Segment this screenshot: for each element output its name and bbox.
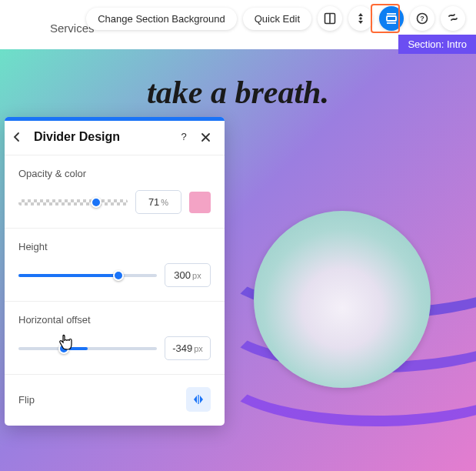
opacity-section: Opacity & color 71 % (5, 155, 225, 229)
panel-help-icon[interactable]: ? (175, 132, 192, 142)
close-icon[interactable] (197, 132, 214, 142)
editor-stage: Change Section Background Quick Edit ? S… (0, 0, 476, 471)
help-icon[interactable]: ? (410, 6, 434, 31)
divider-design-panel: Divider Design ? Opacity & color 71 % (5, 117, 225, 426)
headline-text[interactable]: take a breath. (0, 74, 476, 111)
height-section: Height 300 px (5, 229, 225, 302)
panel-header: Divider Design ? (5, 121, 225, 155)
top-toolbar: Change Section Background Quick Edit ? (86, 6, 465, 31)
flip-section: Flip (5, 375, 225, 426)
back-icon[interactable] (12, 132, 26, 142)
svg-text:?: ? (181, 132, 186, 142)
svg-text:?: ? (420, 15, 424, 22)
section-tag: Section: Intro (398, 35, 476, 54)
flip-button[interactable] (186, 387, 211, 412)
scroll-effects-icon[interactable] (348, 6, 373, 31)
change-section-background-button[interactable]: Change Section Background (86, 8, 237, 30)
offset-section: Horizontal offset -349 px (5, 302, 225, 375)
opacity-label: Opacity & color (18, 168, 211, 179)
animation-icon[interactable] (441, 6, 465, 31)
height-label: Height (18, 241, 211, 252)
quick-edit-button[interactable]: Quick Edit (243, 8, 311, 30)
offset-label: Horizontal offset (18, 314, 211, 326)
offset-value-input[interactable]: -349 px (165, 336, 211, 360)
lotus-image[interactable] (254, 211, 431, 388)
svg-rect-3 (387, 16, 396, 21)
color-swatch[interactable] (189, 192, 211, 213)
height-value-input[interactable]: 300 px (165, 263, 211, 287)
svg-point-2 (359, 17, 361, 19)
offset-slider[interactable] (18, 342, 157, 356)
opacity-slider[interactable] (18, 195, 128, 209)
panel-title: Divider Design (34, 130, 171, 144)
layout-icon[interactable] (318, 6, 342, 31)
flip-label: Flip (18, 394, 35, 406)
stretch-icon[interactable] (379, 6, 404, 31)
height-slider[interactable] (18, 269, 157, 282)
opacity-value-input[interactable]: 71 % (135, 190, 181, 214)
